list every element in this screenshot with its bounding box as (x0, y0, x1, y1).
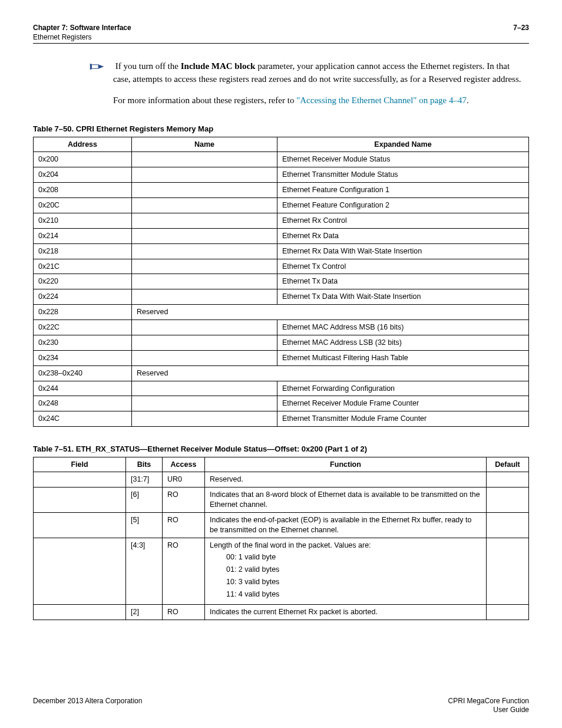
cell-address: 0x214 (34, 228, 132, 243)
cell-access: RO (163, 604, 205, 620)
cell-name (132, 411, 277, 427)
cell-name (132, 198, 277, 213)
list-item: 00: 1 valid byte (226, 552, 481, 562)
col-expanded-name: Expanded Name (277, 137, 529, 152)
cell-name (132, 350, 277, 365)
table-row: 0x248Ethernet Receiver Module Frame Coun… (34, 396, 529, 411)
cell-field (34, 512, 126, 538)
table-row: 0x22CEthernet MAC Address MSB (16 bits) (34, 320, 529, 335)
table-row: 0x218Ethernet Rx Data With Wait-State In… (34, 243, 529, 259)
table-row: 0x200Ethernet Receiver Module Status (34, 152, 529, 167)
cell-name (132, 274, 277, 289)
cell-address: 0x224 (34, 289, 132, 305)
cell-function: Indicates the current Ethernet Rx packet… (205, 604, 487, 620)
cell-expanded: Ethernet MAC Address MSB (16 bits) (277, 320, 529, 335)
cell-default (487, 604, 529, 620)
cell-expanded: Ethernet Tx Data (277, 274, 529, 289)
cell-expanded: Ethernet Receiver Module Frame Counter (277, 396, 529, 411)
table-50: Address Name Expanded Name 0x200Ethernet… (33, 137, 529, 427)
cell-function: Length of the final word in the packet. … (205, 538, 487, 604)
page-number: 7–23 (513, 24, 529, 42)
cell-address: 0x208 (34, 183, 132, 198)
cell-expanded: Ethernet Forwarding Configuration (277, 381, 529, 396)
cell-name (132, 396, 277, 411)
cell-function: Indicates the end-of-packet (EOP) is ava… (205, 512, 487, 538)
table-row: 0x244Ethernet Forwarding Configuration (34, 381, 529, 396)
section-title: Ethernet Registers (33, 33, 91, 41)
cell-address: 0x220 (34, 274, 132, 289)
hand-point-icon (90, 61, 105, 72)
cell-function: Indicates that an 8-word block of Ethern… (205, 487, 487, 513)
cell-field (34, 472, 126, 487)
col-function: Function (205, 457, 487, 472)
cell-expanded: Ethernet Transmitter Module Frame Counte… (277, 411, 529, 427)
cell-reserved: Reserved (132, 365, 529, 381)
cell-expanded: Ethernet Receiver Module Status (277, 152, 529, 167)
cell-field (34, 538, 126, 604)
table-row: 0x24CEthernet Transmitter Module Frame C… (34, 411, 529, 427)
cell-expanded: Ethernet Tx Control (277, 259, 529, 274)
cell-expanded: Ethernet Feature Configuration 2 (277, 198, 529, 213)
cell-expanded: Ethernet Transmitter Module Status (277, 167, 529, 183)
cell-default (487, 512, 529, 538)
col-field: Field (34, 457, 126, 472)
table-51: Field Bits Access Function Default [31:7… (33, 457, 529, 620)
note-block: If you turn off the Include MAC block pa… (113, 60, 529, 107)
table-row: 0x238–0x240Reserved (34, 365, 529, 381)
cell-name (132, 335, 277, 350)
footer-right: CPRI MegaCore Function User Guide (448, 697, 529, 715)
table-row: 0x204Ethernet Transmitter Module Status (34, 167, 529, 183)
cell-field (34, 604, 126, 620)
cell-name (132, 213, 277, 228)
cell-function: Reserved. (205, 472, 487, 487)
table-row: [5]ROIndicates the end-of-packet (EOP) i… (34, 512, 529, 538)
list-item: 10: 3 valid bytes (226, 577, 481, 587)
footer-left: December 2013 Altera Corporation (33, 697, 142, 715)
cell-address: 0x200 (34, 152, 132, 167)
cell-bits: [31:7] (126, 472, 163, 487)
cell-address: 0x21C (34, 259, 132, 274)
cell-name (132, 259, 277, 274)
table-row: 0x214Ethernet Rx Data (34, 228, 529, 243)
cell-address: 0x248 (34, 396, 132, 411)
table-row: [4:3]ROLength of the final word in the p… (34, 538, 529, 604)
table-row: 0x208Ethernet Feature Configuration 1 (34, 183, 529, 198)
table-row: 0x20CEthernet Feature Configuration 2 (34, 198, 529, 213)
cell-expanded: Ethernet Multicast Filtering Hash Table (277, 350, 529, 365)
cell-default (487, 472, 529, 487)
list-item: 01: 2 valid bytes (226, 565, 481, 575)
chapter-title: Chapter 7: Software Interface (33, 24, 131, 32)
col-address: Address (34, 137, 132, 152)
table-row: 0x234Ethernet Multicast Filtering Hash T… (34, 350, 529, 365)
table-row: 0x228Reserved (34, 305, 529, 320)
table-row: [2]ROIndicates the current Ethernet Rx p… (34, 604, 529, 620)
table-50-header-row: Address Name Expanded Name (34, 137, 529, 152)
cell-expanded: Ethernet Feature Configuration 1 (277, 183, 529, 198)
col-access: Access (163, 457, 205, 472)
cell-bits: [4:3] (126, 538, 163, 604)
col-name: Name (132, 137, 277, 152)
page-header: Chapter 7: Software Interface Ethernet R… (33, 24, 529, 42)
cell-access: UR0 (163, 472, 205, 487)
cell-access: RO (163, 487, 205, 513)
table-51-header-row: Field Bits Access Function Default (34, 457, 529, 472)
note-paragraph-1: If you turn off the Include MAC block pa… (113, 60, 529, 86)
cell-field (34, 487, 126, 513)
cell-address: 0x24C (34, 411, 132, 427)
cell-name (132, 228, 277, 243)
cell-default (487, 538, 529, 604)
cell-name (132, 289, 277, 305)
cell-expanded: Ethernet Tx Data With Wait-State Inserti… (277, 289, 529, 305)
cell-name (132, 243, 277, 259)
header-rule (33, 43, 529, 44)
col-bits: Bits (126, 457, 163, 472)
table-51-caption: Table 7–51. ETH_RX_STATUS—Ethernet Recei… (33, 444, 529, 453)
cell-address: 0x228 (34, 305, 132, 320)
cell-name (132, 167, 277, 183)
cell-address: 0x234 (34, 350, 132, 365)
table-row: 0x230Ethernet MAC Address LSB (32 bits) (34, 335, 529, 350)
cell-expanded: Ethernet Rx Data (277, 228, 529, 243)
cross-ref-link[interactable]: "Accessing the Ethernet Channel" on page… (296, 95, 467, 105)
table-50-caption: Table 7–50. CPRI Ethernet Registers Memo… (33, 124, 529, 133)
cell-bits: [2] (126, 604, 163, 620)
